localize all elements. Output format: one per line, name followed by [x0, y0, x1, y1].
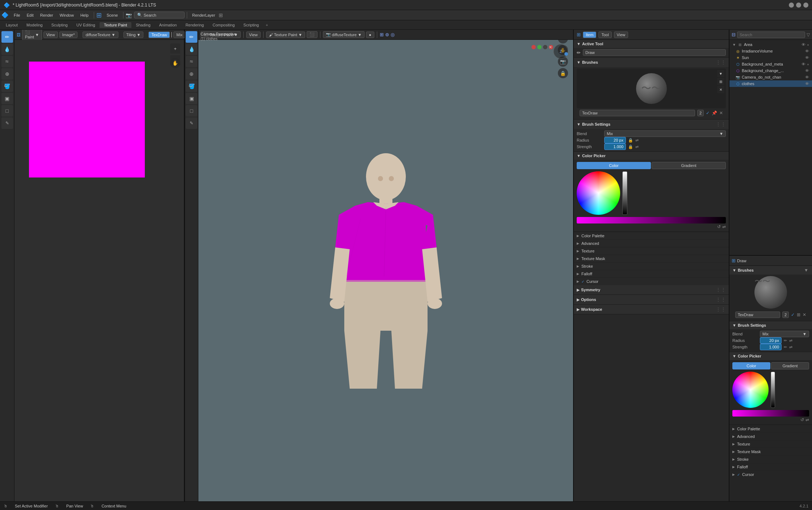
- symmetry-header[interactable]: ▶ Symmetry ⋮⋮: [574, 285, 729, 294]
- tab-animation[interactable]: Animation: [155, 22, 181, 28]
- color-hex-bar[interactable]: [577, 217, 726, 223]
- nav-dot-close[interactable]: ✕: [549, 45, 553, 49]
- nav-dot-green[interactable]: [537, 45, 542, 49]
- active-tool-header[interactable]: ▼ Active Tool: [574, 40, 729, 48]
- vp-paint-menu-btn[interactable]: 🖌 Texture Paint ▼: [266, 32, 305, 38]
- options-header[interactable]: ▶ Options ⋮⋮: [574, 295, 729, 304]
- fr-strength-arr-icon[interactable]: ⇌: [789, 345, 792, 350]
- view-tab[interactable]: View: [614, 32, 628, 38]
- smear-vp-btn[interactable]: ≈: [186, 56, 197, 67]
- fr-brightness-bar[interactable]: [771, 372, 775, 408]
- soften-vp-btn[interactable]: 💧: [186, 43, 197, 55]
- outliner-irradiance[interactable]: ◎ IrradianceVolume 👁: [729, 48, 812, 54]
- box-vp-btn[interactable]: □: [186, 105, 197, 117]
- fr-color-palette-item[interactable]: ▶ Color Palette: [729, 425, 812, 432]
- fr-brush-x[interactable]: ✕: [803, 312, 806, 317]
- add-workspace-button[interactable]: +: [263, 21, 270, 29]
- menu-help[interactable]: Help: [77, 12, 92, 18]
- tab-modeling[interactable]: Modeling: [22, 22, 47, 28]
- fr-color-picker-header[interactable]: ▼ Color Picker: [729, 352, 812, 360]
- brush-copy-btn[interactable]: ⊞: [717, 78, 724, 85]
- tab-layout[interactable]: Layout: [1, 22, 22, 28]
- paint-menu-btn[interactable]: ⬛ Paint ▼: [22, 30, 42, 40]
- hand-btn[interactable]: ✋: [170, 58, 180, 68]
- fr-brush-copy[interactable]: ⊞: [797, 312, 800, 317]
- soften-tool-btn[interactable]: 💧: [1, 43, 13, 55]
- fr-radius-pen-icon[interactable]: ✏: [784, 338, 787, 343]
- strength-lock-icon[interactable]: 🔒: [628, 145, 633, 149]
- cursor-item[interactable]: ▶ ✓ Cursor: [574, 277, 729, 285]
- radius-pin-icon[interactable]: ⇌: [635, 138, 639, 143]
- outliner-item-area[interactable]: ▼ ⊞ Area 👁 ●: [729, 41, 812, 48]
- vp-display-btn[interactable]: ●: [366, 32, 374, 38]
- nav-dot-red[interactable]: [531, 45, 536, 49]
- maximize-button[interactable]: [796, 3, 801, 8]
- mask-tool-btn[interactable]: ▣: [1, 93, 13, 104]
- menu-edit[interactable]: Edit: [24, 12, 37, 18]
- item-tab[interactable]: Item: [583, 32, 596, 38]
- fr-cursor-item[interactable]: ▶ ✓ Cursor: [729, 471, 812, 478]
- tab-sculpting[interactable]: Sculpting: [47, 22, 72, 28]
- brushes-header[interactable]: ▼ Brushes ⋮⋮: [574, 58, 729, 67]
- eye-irradiance[interactable]: 👁: [805, 49, 809, 53]
- zoom-in-btn[interactable]: +: [170, 43, 180, 54]
- tool-tab[interactable]: Tool: [598, 32, 611, 38]
- eye-bg[interactable]: 👁: [802, 62, 805, 66]
- clone-tool-btn[interactable]: ⊕: [1, 68, 13, 80]
- eye-area[interactable]: 👁: [802, 42, 805, 47]
- brush-expand-btn[interactable]: ▼: [717, 70, 724, 77]
- fr-gradient-tab[interactable]: Gradient: [771, 362, 809, 369]
- nav-dot-dark[interactable]: [543, 45, 547, 49]
- box-tool-btn[interactable]: □: [1, 105, 13, 117]
- color-tab-color[interactable]: Color: [577, 162, 651, 169]
- fr-radius-arr-icon[interactable]: ⇌: [789, 338, 792, 343]
- pencil-vp-btn[interactable]: ✎: [186, 117, 197, 129]
- blend-btn-left[interactable]: Mix: [173, 32, 185, 38]
- smear-tool-btn[interactable]: ≈: [1, 56, 13, 67]
- fr-blend-btn[interactable]: Mix ▼: [760, 331, 809, 337]
- outliner-bg-change[interactable]: ⬡ Background_change_... 👁: [729, 67, 812, 74]
- eye-camera[interactable]: 👁: [805, 75, 809, 79]
- outliner-search[interactable]: [737, 32, 805, 38]
- pencil-tool-btn[interactable]: ✎: [1, 117, 13, 129]
- draw-tool-btn[interactable]: ✏: [1, 31, 13, 43]
- tab-scripting[interactable]: Scripting: [239, 22, 263, 28]
- texdraw-mode-btn[interactable]: TexDraw: [148, 32, 170, 38]
- vp-mode-btn[interactable]: ⬛: [307, 31, 317, 38]
- axis-gizmo[interactable]: Z: [554, 44, 568, 59]
- fill-vp-btn[interactable]: 🪣: [186, 80, 197, 92]
- fr-brush-settings-header[interactable]: ▼ Brush Settings: [729, 321, 812, 329]
- fr-texture-mask-item[interactable]: ▶ Texture Mask: [729, 448, 812, 455]
- outliner-camera[interactable]: 📷 Camera_do_not_chan 👁: [729, 74, 812, 80]
- fr-radius-input[interactable]: 20 px: [760, 337, 782, 344]
- stroke-item[interactable]: ▶ Stroke: [574, 262, 729, 270]
- clone-vp-btn[interactable]: ⊕: [186, 68, 197, 80]
- fr-color-pin-icon[interactable]: ⇌: [805, 417, 809, 422]
- vp-texture-name-btn[interactable]: 📷 diffuseTexture ▼: [323, 31, 365, 38]
- menu-render[interactable]: Render: [37, 12, 56, 18]
- strength-input[interactable]: 1.000: [604, 143, 626, 150]
- texture-name-btn[interactable]: diffuseTexture ▼: [83, 32, 118, 38]
- tab-shading[interactable]: Shading: [131, 22, 155, 28]
- fr-color-tab[interactable]: Color: [732, 362, 770, 369]
- fr-brush-name[interactable]: TexDraw: [735, 312, 780, 318]
- eye-sun[interactable]: 👁: [805, 55, 809, 60]
- color-brightness-bar[interactable]: [622, 171, 627, 215]
- advanced-item[interactable]: ▶ Advanced: [574, 239, 729, 247]
- fr-advanced-item[interactable]: ▶ Advanced: [729, 432, 812, 440]
- outliner-sun[interactable]: ☀ Sun 👁: [729, 54, 812, 61]
- mask-vp-btn[interactable]: ▣: [186, 93, 197, 104]
- filter-icon[interactable]: ▽: [807, 32, 810, 37]
- tiling-btn[interactable]: Tiling ▼: [123, 32, 144, 38]
- minimize-button[interactable]: [789, 3, 794, 8]
- fr-strength-input[interactable]: 1.000: [760, 344, 782, 350]
- fr-strength-pen-icon[interactable]: ✏: [784, 345, 787, 350]
- view-menu-btn[interactable]: View: [43, 32, 58, 38]
- strength-pin-icon[interactable]: ⇌: [635, 145, 639, 149]
- color-picker-header[interactable]: ▼ Color Picker: [574, 152, 729, 160]
- image-menu-btn[interactable]: Image*: [59, 32, 78, 38]
- close-button[interactable]: [803, 3, 808, 8]
- tab-texture-paint[interactable]: Texture Paint: [100, 22, 131, 28]
- menu-window[interactable]: Window: [57, 12, 77, 18]
- blend-select[interactable]: Mix ▼: [604, 130, 726, 137]
